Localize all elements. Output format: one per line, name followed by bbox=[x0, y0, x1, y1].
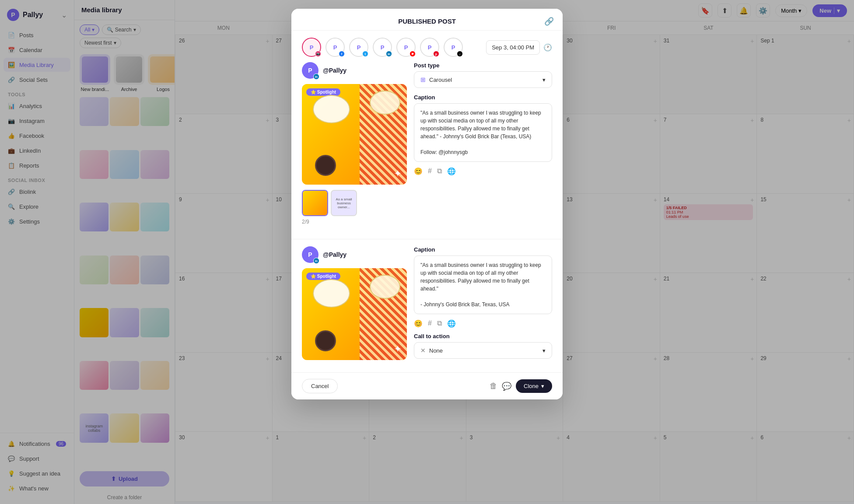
platform-pinterest-btn[interactable]: P p bbox=[420, 38, 439, 57]
post-section-1: P in @Pallyy Customer ⭐ Spotlight bbox=[291, 62, 563, 237]
spotlight-badge: ⭐ Spotlight bbox=[306, 88, 340, 96]
platform-linkedin-btn[interactable]: P in bbox=[373, 38, 392, 57]
plate-oval bbox=[370, 91, 400, 115]
post-right-panel: Post type ⊞ Carousel ▾ Caption "As a sma… bbox=[414, 62, 552, 230]
platform-instagram-btn[interactable]: P 📷 bbox=[302, 38, 321, 57]
post-image-container: Customer ⭐ Spotlight bbox=[302, 84, 407, 185]
author-name: @Pallyy bbox=[323, 67, 346, 74]
clone-chevron-icon[interactable]: ▾ bbox=[541, 383, 544, 389]
copy-icon[interactable]: ⧉ bbox=[437, 167, 442, 175]
author-avatar: P in bbox=[302, 62, 318, 79]
translate-icon[interactable]: 🌐 bbox=[447, 167, 456, 175]
platform-twitter-btn[interactable]: P t bbox=[349, 38, 368, 57]
post-author-2: P in @Pallyy bbox=[302, 246, 407, 263]
modal-overlay[interactable]: PUBLISHED POST 🔗 P 📷 P f P t P in P bbox=[0, 0, 854, 504]
post-type-select[interactable]: ⊞ Carousel ▾ bbox=[414, 71, 552, 88]
post-section-2: P in @Pallyy Customer ⭐ Spotlight bbox=[291, 241, 563, 372]
thumb-food[interactable] bbox=[302, 190, 328, 216]
footer-right-actions: 🗑 💬 Clone ▾ bbox=[490, 379, 552, 393]
twitter-badge: t bbox=[362, 51, 368, 57]
youtube-badge: ▶ bbox=[410, 51, 416, 57]
copy-icon-2[interactable]: ⧉ bbox=[437, 319, 442, 328]
cancel-button[interactable]: Cancel bbox=[302, 379, 338, 393]
tiktok-badge: ♪ bbox=[457, 51, 463, 57]
author-platform-badge: in bbox=[313, 74, 319, 80]
coffee-cup bbox=[315, 155, 336, 176]
spotlight-badge-2: ⭐ Spotlight bbox=[306, 273, 340, 280]
platform-youtube-btn[interactable]: P ▶ bbox=[396, 38, 416, 57]
translate-icon-2[interactable]: 🌐 bbox=[447, 319, 456, 328]
star-deco: ✦ bbox=[394, 168, 402, 179]
post-type-label: Post type bbox=[414, 62, 552, 69]
call-to-action-label: Call to action bbox=[414, 333, 552, 340]
post-left-panel-2: P in @Pallyy Customer ⭐ Spotlight bbox=[302, 246, 407, 365]
caption-label-2: Caption bbox=[414, 246, 552, 253]
post-right-panel-2: Caption "As a small business owner I was… bbox=[414, 246, 552, 365]
modal-footer: Cancel 🗑 💬 Clone ▾ bbox=[291, 372, 563, 399]
datetime-display[interactable]: Sep 3, 04:00 PM bbox=[486, 40, 540, 55]
datetime-section: Sep 3, 04:00 PM 🕐 bbox=[486, 38, 552, 57]
modal-header: PUBLISHED POST 🔗 bbox=[291, 9, 563, 31]
post-image-container-2: Customer ⭐ Spotlight ✦ bbox=[302, 268, 407, 360]
caption-box-2[interactable]: "As a small business owner I was struggl… bbox=[414, 256, 552, 314]
plate-big bbox=[313, 95, 350, 123]
clock-icon[interactable]: 🕐 bbox=[543, 43, 552, 52]
hashtag-icon-2[interactable]: # bbox=[428, 319, 432, 328]
platform-facebook-btn[interactable]: P f bbox=[326, 38, 345, 57]
caption-label: Caption bbox=[414, 94, 552, 101]
link-icon[interactable]: 🔗 bbox=[544, 17, 554, 26]
x-icon: ✕ bbox=[420, 347, 426, 354]
caption-actions-2: 😊 # ⧉ 🌐 bbox=[414, 318, 552, 329]
instagram-badge: 📷 bbox=[315, 51, 321, 57]
pinterest-badge: p bbox=[433, 51, 439, 57]
linkedin-badge: in bbox=[386, 51, 392, 57]
author-avatar-2: P in bbox=[302, 246, 318, 263]
section-divider bbox=[291, 239, 563, 239]
post-food-image-2: ⭐ Spotlight ✦ bbox=[302, 268, 407, 360]
hashtag-icon[interactable]: # bbox=[428, 167, 432, 175]
post-food-image: ⭐ Spotlight ✦ bbox=[302, 84, 407, 185]
platform-tiktok-btn[interactable]: P ♪ bbox=[444, 38, 463, 57]
chevron-down-icon-cta: ▾ bbox=[542, 347, 546, 354]
clone-button[interactable]: Clone ▾ bbox=[516, 379, 552, 393]
post-thumbnails: As a small business owner... bbox=[302, 190, 407, 216]
social-platforms-row: P 📷 P f P t P in P ▶ P p bbox=[291, 31, 563, 62]
facebook-badge: f bbox=[339, 51, 345, 57]
emoji-icon[interactable]: 😊 bbox=[414, 167, 423, 175]
caption-box[interactable]: "As a small business owner I was struggl… bbox=[414, 103, 552, 162]
author-platform-badge-2: in bbox=[313, 258, 319, 264]
published-post-modal: PUBLISHED POST 🔗 P 📷 P f P t P in P bbox=[291, 9, 563, 399]
caption-actions: 😊 # ⧉ 🌐 bbox=[414, 165, 552, 177]
post-left-panel: P in @Pallyy Customer ⭐ Spotlight bbox=[302, 62, 407, 230]
carousel-icon: ⊞ bbox=[420, 76, 426, 83]
post-author: P in @Pallyy bbox=[302, 62, 407, 79]
call-to-action-select[interactable]: ✕ None ▾ bbox=[414, 342, 552, 359]
author-name-2: @Pallyy bbox=[323, 251, 346, 258]
chevron-down-icon: ▾ bbox=[542, 77, 546, 83]
slide-counter: 2/9 bbox=[302, 219, 407, 225]
comment-button[interactable]: 💬 bbox=[502, 382, 511, 391]
thumb-text[interactable]: As a small business owner... bbox=[331, 190, 357, 216]
emoji-icon-2[interactable]: 😊 bbox=[414, 319, 423, 328]
delete-button[interactable]: 🗑 bbox=[490, 382, 497, 391]
